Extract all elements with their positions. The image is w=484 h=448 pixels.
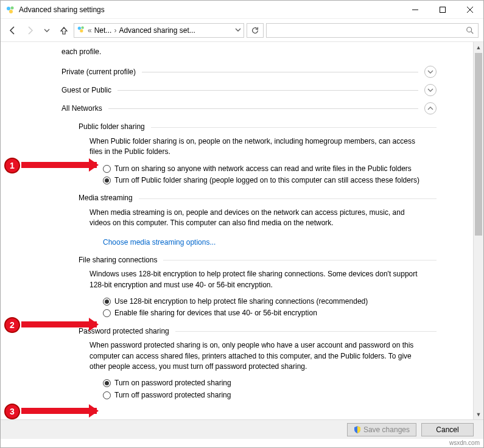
radio-label: Turn off password protected sharing [114, 390, 231, 401]
radio-icon [103, 177, 111, 184]
radio-fsc-4056[interactable]: Enable file sharing for devices that use… [103, 308, 419, 318]
subhead-pps: Password protected sharing [79, 326, 437, 337]
recent-dropdown[interactable] [40, 23, 54, 38]
watermark: wsxdn.com [449, 439, 480, 446]
window-title: Advanced sharing settings [19, 5, 105, 14]
scroll-up-icon[interactable]: ▲ [474, 42, 483, 52]
titlebar: Advanced sharing settings [1, 1, 483, 19]
pps-desc: When password protected sharing is on, o… [89, 340, 418, 372]
chevron-down-icon[interactable] [424, 66, 437, 78]
svg-line-11 [471, 31, 474, 33]
subhead-label: Public folder sharing [79, 122, 145, 132]
media-desc: When media streaming is on, people and d… [89, 208, 418, 229]
annotation-arrow [21, 408, 97, 414]
content-pane: each profile. Private (current profile) … [1, 42, 473, 419]
svg-point-0 [7, 7, 10, 10]
shield-icon [354, 426, 361, 433]
svg-point-9 [80, 29, 83, 32]
footer: Save changes Cancel [1, 419, 483, 439]
radio-icon [103, 391, 111, 399]
svg-point-2 [9, 10, 13, 13]
subhead-media: Media streaming [79, 193, 437, 203]
media-options-link[interactable]: Choose media streaming options... [103, 237, 216, 248]
annotation-arrow [21, 321, 97, 327]
subhead-label: Media streaming [79, 193, 133, 203]
svg-point-8 [81, 26, 83, 29]
breadcrumb-seg-1[interactable]: Net... [94, 26, 112, 35]
forward-button[interactable] [23, 23, 37, 38]
section-guest[interactable]: Guest or Public [61, 84, 437, 96]
minimize-button[interactable] [401, 1, 429, 19]
section-allnetworks[interactable]: All Networks [61, 102, 437, 114]
radio-pps-off[interactable]: Turn off password protected sharing [103, 390, 419, 401]
annotation-badge-1: 1 [4, 158, 20, 173]
chevron-up-icon[interactable] [424, 102, 437, 114]
scroll-down-icon[interactable]: ▼ [474, 409, 483, 419]
breadcrumb-seg-2[interactable]: Advanced sharing set... [119, 26, 195, 35]
annotation-badge-3: 3 [4, 404, 20, 419]
section-label: All Networks [61, 103, 102, 114]
radio-icon [103, 379, 111, 387]
section-label: Guest or Public [61, 85, 111, 96]
save-button[interactable]: Save changes [347, 423, 416, 436]
subhead-label: File sharing connections [79, 255, 157, 265]
radio-pfs-off[interactable]: Turn off Public folder sharing (people l… [103, 175, 419, 186]
breadcrumb[interactable]: « Net... › Advanced sharing set... [74, 23, 244, 38]
annotation-arrow [21, 162, 97, 168]
radio-label: Enable file sharing for devices that use… [114, 308, 317, 318]
radio-label: Use 128-bit encryption to help protect f… [114, 296, 368, 307]
svg-point-7 [78, 27, 81, 30]
radio-label: Turn on sharing so anyone with network a… [114, 164, 412, 174]
breadcrumb-sep: « [88, 26, 92, 35]
svg-point-1 [11, 6, 14, 9]
button-label: Save changes [363, 425, 410, 434]
section-label: Private (current profile) [61, 67, 136, 77]
subhead-pfs: Public folder sharing [79, 122, 437, 132]
svg-point-10 [467, 27, 472, 32]
radio-label: Turn on password protected sharing [114, 378, 231, 388]
pfs-desc: When Public folder sharing is on, people… [89, 136, 418, 158]
cancel-button[interactable]: Cancel [421, 423, 474, 436]
section-private[interactable]: Private (current profile) [61, 66, 437, 78]
search-input[interactable] [266, 23, 479, 38]
radio-icon [103, 298, 111, 306]
breadcrumb-sep: › [114, 26, 116, 35]
chevron-down-icon[interactable] [235, 26, 241, 35]
app-icon [5, 5, 15, 15]
refresh-button[interactable] [247, 23, 264, 38]
navbar: « Net... › Advanced sharing set... [1, 19, 483, 42]
scrollbar[interactable]: ▲ ▼ [473, 42, 483, 419]
subhead-fsc: File sharing connections [79, 255, 437, 265]
svg-rect-4 [440, 7, 445, 12]
radio-icon [103, 309, 111, 317]
radio-pfs-on[interactable]: Turn on sharing so anyone with network a… [103, 164, 419, 174]
scroll-thumb[interactable] [475, 53, 482, 236]
search-icon [466, 26, 474, 37]
radio-pps-on[interactable]: Turn on password protected sharing [103, 378, 419, 388]
radio-label: Turn off Public folder sharing (people l… [114, 175, 419, 186]
radio-fsc-128[interactable]: Use 128-bit encryption to help protect f… [103, 296, 419, 307]
up-button[interactable] [57, 23, 71, 38]
annotation-badge-2: 2 [4, 317, 20, 333]
fsc-desc: Windows uses 128-bit encryption to help … [89, 269, 418, 290]
breadcrumb-icon [77, 25, 85, 35]
chevron-down-icon[interactable] [424, 84, 437, 96]
back-button[interactable] [5, 23, 20, 38]
maximize-button[interactable] [429, 1, 456, 19]
close-button[interactable] [456, 1, 483, 19]
button-label: Cancel [436, 425, 458, 434]
intro-text: each profile. [61, 47, 437, 57]
